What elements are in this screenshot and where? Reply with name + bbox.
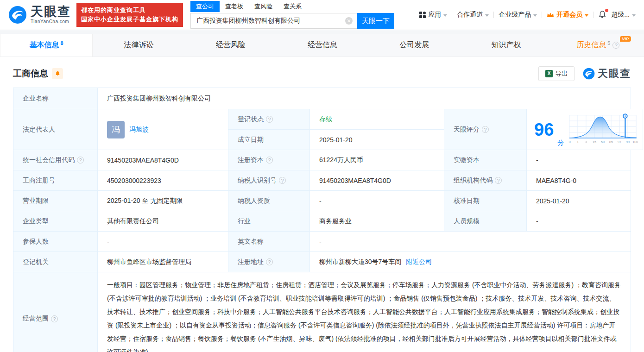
org-code-value: MAEA8T4G-0	[527, 170, 631, 191]
tab-intellectual-property[interactable]: 知识产权	[460, 34, 552, 57]
nav-cooperation-label: 合作通道	[457, 11, 483, 19]
scope-label: 经营范围	[13, 272, 98, 352]
taxpayer-quality-value: -	[310, 191, 444, 211]
table-row: 营业期限 2025-01-20 至 无固定期限 纳税人资质 - 核准日期 202…	[13, 191, 631, 211]
notifications-bell[interactable]	[598, 10, 606, 20]
nav-apps[interactable]: 应用	[419, 11, 447, 19]
nav-enterprise-label: 企业级产品	[499, 11, 531, 19]
establish-date-label: 成立日期	[228, 130, 310, 150]
tab-basic-info-label: 基本信息	[30, 40, 59, 50]
promo-line2: 国家中小企业发展子基金旗下机构	[81, 15, 178, 24]
reg-capital-label: 注册资本	[228, 150, 310, 170]
chevron-down-icon	[443, 14, 447, 17]
notification-dot	[605, 9, 608, 12]
tab-basic-info[interactable]: 基本信息 8	[0, 34, 93, 57]
help-icon[interactable]	[482, 126, 489, 133]
table-row: 参保人数 - 英文名称 -	[13, 232, 631, 252]
tab-legal[interactable]: 法律诉讼	[93, 34, 184, 57]
tianyancha-logo[interactable]: 天眼查 TianYanCha.com	[8, 6, 71, 24]
tab-operating-risk-label: 经营风险	[216, 40, 246, 50]
chevron-down-icon	[485, 14, 489, 17]
table-row: 法定代表人 冯 冯旭波 登记状态 存续 天眼评分 96 分	[13, 109, 631, 150]
bell-icon	[55, 70, 61, 77]
help-icon[interactable]	[266, 258, 273, 265]
help-icon[interactable]	[279, 177, 286, 184]
approval-date-label: 核准日期	[444, 191, 527, 211]
nav-vip-label: 开通会员	[556, 11, 582, 19]
search-tab-company[interactable]: 查公司	[190, 1, 220, 12]
search-tab-boss[interactable]: 查老板	[220, 1, 249, 12]
help-icon[interactable]	[612, 42, 619, 49]
promo-banner: 都在用的商业查询工具 国家中小企业发展子基金旗下机构	[76, 3, 183, 27]
section-head: 工商信息 导出 天眼查	[0, 57, 644, 88]
score-value[interactable]: 96 分	[527, 109, 643, 150]
svg-text:97: 97	[618, 140, 621, 144]
establish-date-value: 2025-01-20	[310, 130, 444, 150]
staff-size-label: 人员规模	[444, 211, 527, 232]
nav-apps-label: 应用	[428, 11, 441, 19]
scope-value: 一般项目：园区管理服务；物业管理；非居住房地产租赁；住房租赁；酒店管理；会议及展…	[98, 272, 631, 352]
svg-text:15: 15	[593, 140, 596, 144]
watermark-logo: 天眼查	[583, 67, 631, 81]
help-icon[interactable]	[266, 157, 273, 163]
avatar[interactable]: 冯	[107, 121, 125, 138]
nav-open-vip[interactable]: 开通会员	[547, 11, 588, 19]
tab-basic-info-count: 8	[61, 40, 63, 46]
legal-rep-label: 法定代表人	[13, 109, 98, 150]
svg-text:85: 85	[609, 140, 613, 144]
company-name-value: 广西投资集团柳州数智科创有限公司	[98, 88, 631, 109]
paid-capital-label: 实缴资本	[444, 150, 527, 170]
legal-rep-link[interactable]: 冯旭波	[129, 126, 149, 134]
table-row: 工商注册号 450203000223923 纳税人识别号 91450203MAE…	[13, 170, 631, 191]
chevron-down-icon	[632, 14, 636, 17]
company-type-value: 其他有限责任公司	[98, 211, 228, 232]
tab-intellectual-property-label: 知识产权	[492, 40, 521, 50]
subscribe-bell-button[interactable]	[52, 68, 63, 79]
search-tab-risk[interactable]: 查风险	[249, 1, 278, 12]
tab-history[interactable]: VIP 历史信息 5	[552, 34, 644, 57]
table-row: 经营范围 一般项目：园区管理服务；物业管理；非居住房地产租赁；住房租赁；酒店管理…	[13, 272, 631, 352]
business-info-table: 企业名称 广西投资集团柳州数智科创有限公司 法定代表人 冯 冯旭波 登记状态 存…	[13, 88, 631, 352]
export-button[interactable]: 导出	[538, 66, 575, 81]
section-title: 工商信息	[13, 68, 48, 80]
tab-history-label: 历史信息	[576, 40, 606, 50]
nav-cooperation[interactable]: 合作通道	[457, 11, 489, 19]
help-icon[interactable]	[495, 177, 502, 184]
credit-code-label: 统一社会信用代码	[13, 150, 98, 170]
registry-value: 柳州市鱼峰区市场监督管理局	[98, 252, 228, 272]
registry-label: 登记机关	[13, 252, 98, 272]
promo-line1: 都在用的商业查询工具	[81, 6, 178, 15]
chevron-down-icon	[533, 14, 537, 17]
table-row: 登记机关 柳州市鱼峰区市场监督管理局 注册地址 柳州市新柳大道30号7号车间 附…	[13, 252, 631, 272]
tab-business-info[interactable]: 经营信息	[277, 34, 368, 57]
divider	[493, 12, 494, 18]
clear-search-icon[interactable]	[345, 17, 353, 25]
credit-code-value: 91450203MAEA8T4G0D	[98, 150, 228, 170]
reg-status-value: 存续	[310, 109, 444, 130]
page-tabs: 基本信息 8 法律诉讼 经营风险 经营信息 公司发展 知识产权 VIP 历史信息…	[0, 34, 644, 57]
tab-company-development[interactable]: 公司发展	[368, 34, 460, 57]
search-tab-relation[interactable]: 查关系	[278, 1, 307, 12]
search-input[interactable]	[190, 13, 357, 29]
org-code-label: 组织机构代码	[444, 170, 527, 191]
paid-capital-value: -	[527, 150, 631, 170]
nearby-companies-link[interactable]: 附近公司	[406, 258, 432, 266]
reg-status-label: 登记状态	[228, 109, 310, 130]
search-button[interactable]: 天眼一下	[357, 13, 394, 29]
tab-operating-risk[interactable]: 经营风险	[185, 34, 277, 57]
tab-legal-label: 法律诉讼	[124, 40, 153, 50]
nav-enterprise-products[interactable]: 企业级产品	[499, 11, 537, 19]
english-name-label: 英文名称	[228, 232, 310, 252]
score-label: 天眼评分	[444, 109, 527, 150]
help-icon[interactable]	[266, 116, 273, 123]
help-icon[interactable]	[77, 157, 84, 163]
search-area: 查公司 查老板 查风险 查关系 天眼一下	[190, 1, 394, 29]
business-term-label: 营业期限	[13, 191, 98, 211]
industry-label: 行业	[228, 211, 310, 232]
tab-history-count: 5	[607, 40, 610, 46]
svg-text:0: 0	[569, 140, 571, 144]
nav-super-vip[interactable]: 超级...	[611, 11, 636, 19]
logo-title: 天眼查	[31, 6, 71, 18]
search-tabs: 查公司 查老板 查风险 查关系	[190, 1, 394, 12]
help-icon[interactable]	[51, 315, 58, 322]
